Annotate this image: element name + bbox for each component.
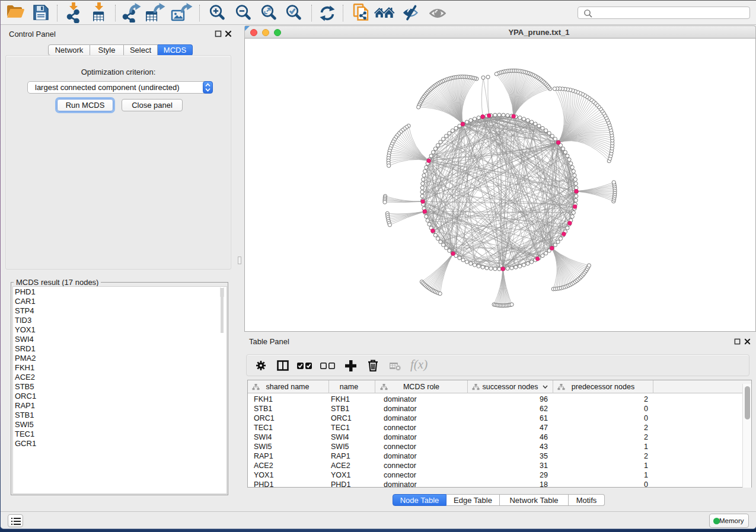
svg-text:f(x): f(x) — [410, 359, 428, 371]
